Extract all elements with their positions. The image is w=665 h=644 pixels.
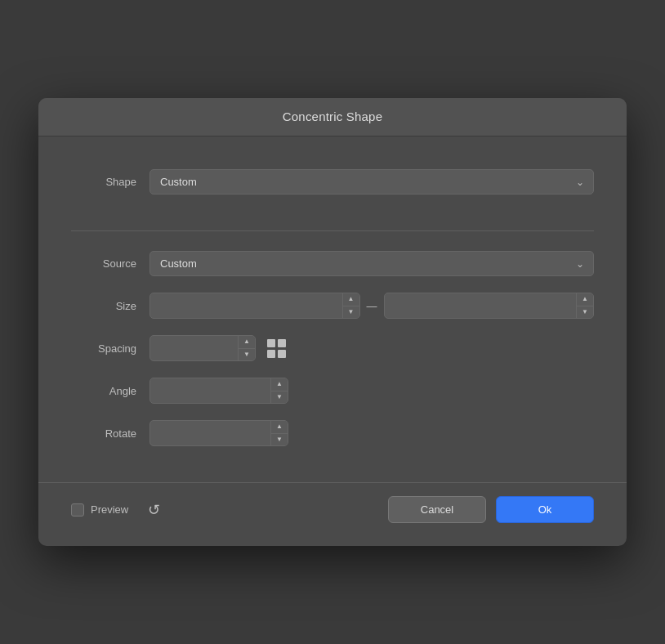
- spacing-down-button[interactable]: ▼: [239, 349, 255, 361]
- spacing-spinner-buttons: ▲ ▼: [238, 336, 255, 360]
- preview-label: Preview: [91, 503, 128, 516]
- size-dash: —: [367, 300, 377, 312]
- source-select-wrapper: Custom Image Pattern ⌄: [150, 251, 594, 276]
- spacing-up-button[interactable]: ▲: [239, 336, 255, 349]
- refresh-button[interactable]: ↺: [141, 498, 167, 522]
- rotate-down-button[interactable]: ▼: [271, 434, 288, 446]
- size-width-input[interactable]: 119.0 pt: [150, 300, 342, 312]
- angle-row: Angle 0° ▲ ▼: [71, 378, 594, 404]
- size-width-spinner: 119.0 pt ▲ ▼: [150, 293, 360, 319]
- rotate-input[interactable]: 0°: [150, 427, 270, 440]
- dialog-title: Concentric Shape: [283, 110, 382, 123]
- shape-select-wrapper: Custom Circle Rectangle Ellipse Triangle…: [150, 169, 594, 195]
- shape-row: Shape Custom Circle Rectangle Ellipse Tr…: [71, 169, 594, 195]
- ok-button[interactable]: Ok: [496, 496, 594, 523]
- size-width-down-button[interactable]: ▼: [343, 306, 359, 319]
- angle-up-button[interactable]: ▲: [271, 378, 288, 391]
- dialog-container: Concentric Shape Shape Custom Circle Rec…: [38, 98, 627, 546]
- source-row: Source Custom Image Pattern ⌄: [71, 251, 594, 276]
- size-width-spinner-buttons: ▲ ▼: [342, 293, 359, 318]
- size-height-spinner-buttons: ▲ ▼: [576, 293, 593, 318]
- angle-label: Angle: [71, 385, 136, 397]
- source-select[interactable]: Custom Image Pattern: [150, 251, 594, 276]
- source-label: Source: [71, 257, 136, 270]
- dialog-body: Shape Custom Circle Rectangle Ellipse Tr…: [38, 136, 627, 479]
- spacing-controls: 10.0 pt ▲ ▼: [150, 335, 289, 361]
- angle-down-button[interactable]: ▼: [271, 391, 288, 404]
- rotate-spinner-buttons: ▲ ▼: [270, 421, 288, 445]
- angle-spinner-buttons: ▲ ▼: [270, 378, 288, 403]
- size-inputs: 119.0 pt ▲ ▼ — 100.6 pt ▲ ▼: [150, 293, 594, 319]
- spacing-label: Spacing: [71, 342, 136, 355]
- spacing-spinner: 10.0 pt ▲ ▼: [150, 335, 256, 361]
- source-section: Source Custom Image Pattern ⌄ Size 119.0…: [71, 238, 594, 459]
- size-row: Size 119.0 pt ▲ ▼ — 100.6 pt ▲: [71, 293, 594, 319]
- divider-1: [71, 230, 594, 231]
- size-height-up-button[interactable]: ▲: [577, 293, 593, 306]
- grid-cell-2: [278, 339, 286, 347]
- rotate-up-button[interactable]: ▲: [271, 421, 288, 434]
- angle-input[interactable]: 0°: [150, 385, 270, 397]
- rotate-label: Rotate: [71, 427, 136, 440]
- shape-section: Shape Custom Circle Rectangle Ellipse Tr…: [71, 156, 594, 224]
- size-width-up-button[interactable]: ▲: [343, 293, 359, 306]
- rotate-spinner: 0° ▲ ▼: [150, 420, 288, 446]
- dialog-titlebar: Concentric Shape: [38, 98, 627, 136]
- size-height-down-button[interactable]: ▼: [577, 306, 593, 319]
- size-height-spinner: 100.6 pt ▲ ▼: [384, 293, 595, 319]
- angle-spinner: 0° ▲ ▼: [150, 378, 288, 404]
- spacing-input[interactable]: 10.0 pt: [150, 342, 238, 355]
- shape-select[interactable]: Custom Circle Rectangle Ellipse Triangle: [150, 169, 594, 195]
- cancel-button[interactable]: Cancel: [388, 496, 486, 523]
- shape-label: Shape: [71, 176, 136, 188]
- grid-cell-4: [278, 350, 286, 358]
- grid-cell-3: [267, 350, 275, 358]
- grid-cell-1: [267, 339, 275, 347]
- spacing-row: Spacing 10.0 pt ▲ ▼: [71, 335, 594, 361]
- preview-checkbox-wrapper[interactable]: Preview: [71, 503, 128, 517]
- dialog-footer: Preview ↺ Cancel Ok: [38, 482, 627, 546]
- grid-layout-icon[interactable]: [264, 336, 289, 361]
- preview-checkbox[interactable]: [71, 503, 84, 517]
- rotate-row: Rotate 0° ▲ ▼: [71, 420, 594, 446]
- size-height-input[interactable]: 100.6 pt: [385, 300, 577, 312]
- size-label: Size: [71, 300, 136, 312]
